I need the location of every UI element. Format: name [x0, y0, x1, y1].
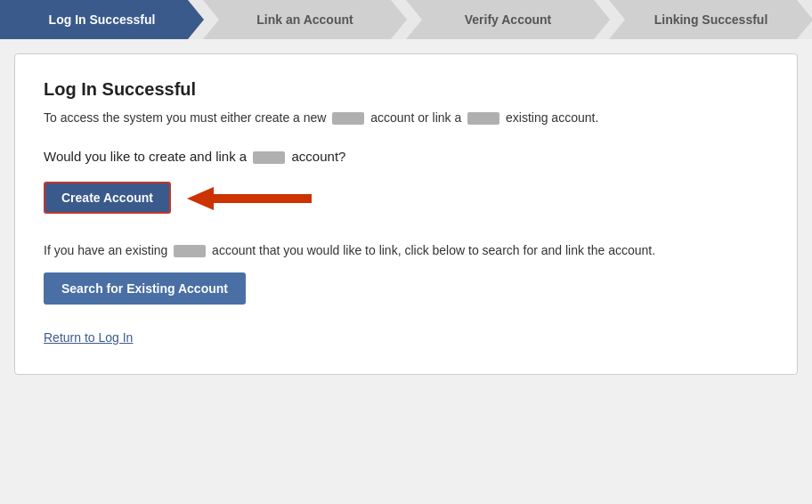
redacted-3: [253, 151, 285, 164]
step-linking-successful-label: Linking Successful: [654, 12, 768, 27]
return-link-container: Return to Log In: [44, 329, 768, 345]
existing-account-text: If you have an existing account that you…: [44, 240, 768, 260]
return-to-login-link[interactable]: Return to Log In: [44, 330, 133, 345]
step-login-label: Log In Successful: [49, 12, 156, 27]
step-link: Link an Account: [203, 0, 407, 39]
redacted-2: [467, 112, 499, 125]
stepper: Log In Successful Link an Account Verify…: [0, 0, 812, 39]
content-wrapper: Log In Successful To access the system y…: [0, 39, 812, 389]
arrow-indicator: [187, 180, 329, 215]
step-verify: Verify Account: [406, 0, 610, 39]
card-description: To access the system you must either cre…: [44, 109, 768, 127]
main-card: Log In Successful To access the system y…: [14, 53, 798, 375]
svg-rect-0: [214, 194, 312, 203]
existing-account-section: If you have an existing account that you…: [44, 240, 768, 329]
redacted-4: [174, 245, 206, 257]
card-title: Log In Successful: [44, 79, 768, 100]
search-existing-account-button[interactable]: Search for Existing Account: [44, 272, 246, 305]
step-login: Log In Successful: [0, 0, 204, 39]
question-text: Would you like to create and link a acco…: [44, 147, 768, 167]
step-verify-label: Verify Account: [465, 12, 552, 27]
step-linking-successful: Linking Successful: [609, 0, 812, 39]
svg-marker-1: [187, 187, 214, 210]
create-account-section: Create Account: [44, 180, 768, 215]
redacted-1: [332, 112, 364, 125]
create-account-button[interactable]: Create Account: [44, 182, 171, 214]
step-link-label: Link an Account: [256, 12, 353, 27]
